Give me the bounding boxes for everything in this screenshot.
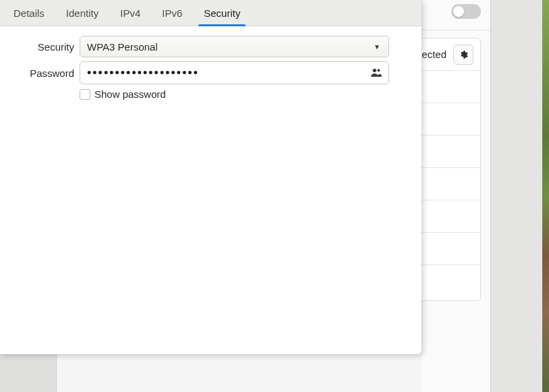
password-label: Password: [13, 67, 74, 79]
tab-details[interactable]: Details: [3, 0, 55, 26]
dialog-shadow: [0, 354, 422, 392]
tab-label: IPv4: [120, 7, 140, 19]
password-input[interactable]: [87, 66, 370, 80]
security-select-value: WPA3 Personal: [87, 41, 158, 53]
tab-security[interactable]: Security: [193, 0, 251, 26]
chevron-down-icon: ▼: [374, 43, 380, 51]
tab-bar: Details Identity IPv4 IPv6 Security: [0, 0, 422, 26]
users-icon[interactable]: [370, 66, 383, 80]
show-password-label: Show password: [94, 88, 166, 100]
connection-status: ected: [422, 49, 446, 60]
security-select[interactable]: WPA3 Personal ▼: [80, 36, 389, 57]
tab-label: IPv6: [162, 7, 182, 19]
security-form: Security WPA3 Personal ▼ Password Show p…: [0, 26, 422, 109]
gear-icon: [459, 50, 468, 59]
show-password-checkbox[interactable]: [80, 89, 90, 100]
desktop-wallpaper-strip: [542, 0, 549, 392]
security-label: Security: [13, 41, 74, 53]
security-row: Security WPA3 Personal ▼: [13, 36, 389, 57]
wifi-settings-dialog: Details Identity IPv4 IPv6 Security Secu…: [0, 0, 422, 354]
password-field-wrap: [80, 61, 389, 84]
wifi-toggle[interactable]: [451, 4, 481, 19]
password-row: Password: [13, 61, 389, 84]
show-password-row: Show password: [80, 88, 389, 100]
svg-point-1: [377, 69, 380, 72]
tab-ipv4[interactable]: IPv4: [109, 0, 151, 26]
tab-identity[interactable]: Identity: [55, 0, 109, 26]
tab-label: Details: [13, 7, 45, 19]
svg-point-0: [373, 68, 376, 72]
network-settings-button[interactable]: [453, 45, 473, 65]
tab-label: Identity: [66, 7, 98, 19]
tab-ipv6[interactable]: IPv6: [151, 0, 193, 26]
tab-label: Security: [204, 7, 240, 19]
